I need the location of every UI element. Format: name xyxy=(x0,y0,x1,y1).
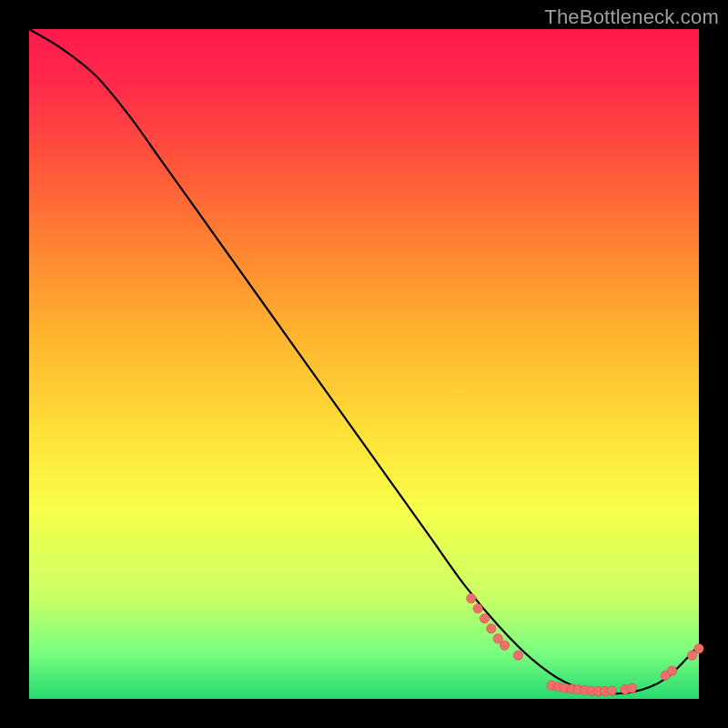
curve-marker xyxy=(487,624,496,633)
bottleneck-curve-line xyxy=(29,29,699,693)
curve-svg xyxy=(29,29,699,699)
curve-marker xyxy=(694,644,703,653)
curve-marker-group xyxy=(467,593,704,695)
plot-area xyxy=(29,29,699,699)
curve-marker xyxy=(473,603,482,612)
curve-marker xyxy=(667,666,676,675)
curve-marker xyxy=(627,683,636,693)
chart-stage: TheBottleneck.com xyxy=(0,0,728,728)
curve-marker xyxy=(500,641,509,650)
curve-marker xyxy=(467,593,476,602)
watermark-text: TheBottleneck.com xyxy=(544,5,719,29)
curve-marker xyxy=(480,613,489,622)
curve-marker xyxy=(513,651,522,660)
curve-marker xyxy=(607,686,616,695)
